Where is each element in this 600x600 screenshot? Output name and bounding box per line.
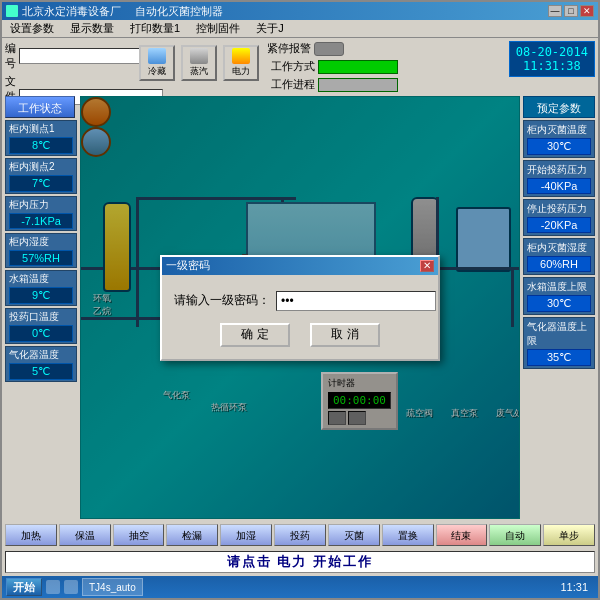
sensor-value-3: 57%RH bbox=[9, 250, 73, 266]
heat-button[interactable]: 加热 bbox=[5, 524, 57, 546]
title-bar: 北京永定消毒设备厂 自动化灭菌控制器 — □ ✕ bbox=[2, 2, 598, 20]
param-card-0: 柜内灭菌温度 30℃ bbox=[523, 120, 595, 158]
modal-overlay: 一级密码 ✕ 请输入一级密码： 确 定 取 消 bbox=[81, 97, 519, 518]
alarm-label: 紧停报警 bbox=[267, 41, 311, 56]
fridge-icon bbox=[148, 48, 166, 64]
param-card-2: 停止投药压力 -20KPa bbox=[523, 199, 595, 236]
confirm-button[interactable]: 确 定 bbox=[220, 323, 290, 347]
taskbar-app-item[interactable]: TJ4s_auto bbox=[82, 578, 143, 596]
param-label-1: 开始投药压力 bbox=[527, 163, 591, 177]
param-card-1: 开始投药压力 -40KPa bbox=[523, 160, 595, 197]
dose-button[interactable]: 投药 bbox=[274, 524, 326, 546]
taskbar-icon-1 bbox=[46, 580, 60, 594]
maximize-button[interactable]: □ bbox=[564, 5, 578, 17]
param-card-3: 柜内灭菌湿度 60%RH bbox=[523, 238, 595, 275]
modal-input-row: 请输入一级密码： bbox=[174, 291, 426, 311]
param-label-3: 柜内灭菌湿度 bbox=[527, 241, 591, 255]
modal-body: 请输入一级密码： 确 定 取 消 bbox=[162, 275, 438, 359]
app-icon bbox=[6, 5, 18, 17]
time-display: 11:31:38 bbox=[523, 59, 581, 73]
param-value-2: -20KPa bbox=[527, 217, 591, 233]
work-mode-bar bbox=[318, 60, 398, 74]
start-button[interactable]: 开始 bbox=[6, 578, 42, 596]
status-button[interactable]: 工作状态 bbox=[5, 96, 75, 118]
taskbar-icon-2 bbox=[64, 580, 78, 594]
sensor-label-5: 投药口温度 bbox=[9, 310, 73, 324]
sensor-card-6: 气化器温度 5℃ bbox=[5, 346, 77, 382]
param-value-5: 35℃ bbox=[527, 349, 591, 366]
menu-print[interactable]: 打印数量1 bbox=[126, 20, 184, 37]
preset-params-header: 预定参数 bbox=[523, 96, 595, 118]
cancel-button[interactable]: 取 消 bbox=[310, 323, 380, 347]
sensor-card-0: 柜内测点1 8℃ bbox=[5, 120, 77, 156]
id-label: 编 号 bbox=[5, 41, 16, 71]
sensor-label-2: 柜内压力 bbox=[9, 198, 73, 212]
sensor-value-4: 9℃ bbox=[9, 287, 73, 304]
menu-display[interactable]: 显示数量 bbox=[66, 20, 118, 37]
close-button[interactable]: ✕ bbox=[580, 5, 594, 17]
main-content: 编 号 文件名 冷藏 蒸汽 电力 bbox=[2, 38, 598, 576]
leak-check-button[interactable]: 检漏 bbox=[166, 524, 218, 546]
work-progress-bar bbox=[318, 78, 398, 92]
param-label-0: 柜内灭菌温度 bbox=[527, 123, 591, 137]
start-label: 开始 bbox=[13, 580, 35, 595]
alarm-area: 紧停报警 工作方式 工作进程 bbox=[267, 41, 398, 92]
sensor-card-4: 水箱温度 9℃ bbox=[5, 270, 77, 306]
title-right: 自动化灭菌控制器 bbox=[135, 4, 223, 19]
evacuate-button[interactable]: 抽空 bbox=[113, 524, 165, 546]
sterilize-button[interactable]: 灭菌 bbox=[328, 524, 380, 546]
taskbar-clock: 11:31 bbox=[554, 581, 594, 593]
humidify-button[interactable]: 加湿 bbox=[220, 524, 272, 546]
sensor-value-0: 8℃ bbox=[9, 137, 73, 154]
main-window: 北京永定消毒设备厂 自动化灭菌控制器 — □ ✕ 设置参数 显示数量 打印数量1… bbox=[0, 0, 600, 600]
param-value-4: 30℃ bbox=[527, 295, 591, 312]
sensor-label-6: 气化器温度 bbox=[9, 348, 73, 362]
work-progress-label: 工作进程 bbox=[271, 77, 315, 92]
menu-about[interactable]: 关于J bbox=[252, 20, 288, 37]
taskbar: 开始 TJ4s_auto 11:31 bbox=[2, 576, 598, 598]
steam-button[interactable]: 蒸汽 bbox=[181, 45, 217, 81]
param-label-2: 停止投药压力 bbox=[527, 202, 591, 216]
left-panel: 工作状态 柜内测点1 8℃ 柜内测点2 7℃ 柜内压力 -7.1KPa 柜内湿度… bbox=[5, 96, 77, 519]
date-display: 08-20-2014 bbox=[516, 45, 588, 59]
fridge-button[interactable]: 冷藏 bbox=[139, 45, 175, 81]
param-value-0: 30℃ bbox=[527, 138, 591, 155]
work-mode: 工作方式 工作进程 bbox=[271, 59, 398, 92]
sensor-card-5: 投药口温度 0℃ bbox=[5, 308, 77, 344]
sensor-value-1: 7℃ bbox=[9, 175, 73, 192]
power-icon bbox=[232, 48, 250, 64]
param-value-3: 60%RH bbox=[527, 256, 591, 272]
sensor-label-1: 柜内测点2 bbox=[9, 160, 73, 174]
password-input[interactable] bbox=[276, 291, 436, 311]
sensor-label-3: 柜内湿度 bbox=[9, 235, 73, 249]
power-button[interactable]: 电力 bbox=[223, 45, 259, 81]
menu-settings[interactable]: 设置参数 bbox=[6, 20, 58, 37]
end-button[interactable]: 结束 bbox=[436, 524, 488, 546]
title-left: 北京永定消毒设备厂 bbox=[22, 4, 121, 19]
process-buttons: 加热 保温 抽空 检漏 加湿 投药 灭菌 置换 结束 自动 单步 bbox=[5, 522, 595, 548]
sensor-value-5: 0℃ bbox=[9, 325, 73, 342]
alarm-light bbox=[314, 42, 344, 56]
menu-firmware[interactable]: 控制固件 bbox=[192, 20, 244, 37]
minimize-button[interactable]: — bbox=[548, 5, 562, 17]
param-card-4: 水箱温度上限 30℃ bbox=[523, 277, 595, 315]
work-mode-label: 工作方式 bbox=[271, 59, 315, 74]
sensor-label-4: 水箱温度 bbox=[9, 272, 73, 286]
replace-button[interactable]: 置换 bbox=[382, 524, 434, 546]
status-message: 请点击 电力 开始工作 bbox=[5, 551, 595, 573]
param-label-4: 水箱温度上限 bbox=[527, 280, 591, 294]
modal-close-button[interactable]: ✕ bbox=[420, 260, 434, 272]
steam-icon bbox=[190, 48, 208, 64]
sensor-card-3: 柜内湿度 57%RH bbox=[5, 233, 77, 268]
step-button[interactable]: 单步 bbox=[543, 524, 595, 546]
modal-prompt: 请输入一级密码： bbox=[174, 292, 270, 309]
sensor-value-2: -7.1KPa bbox=[9, 213, 73, 229]
auto-button[interactable]: 自动 bbox=[489, 524, 541, 546]
sensor-value-6: 5℃ bbox=[9, 363, 73, 380]
taskbar-app-label: TJ4s_auto bbox=[89, 582, 136, 593]
right-panel: 预定参数 柜内灭菌温度 30℃ 开始投药压力 -40KPa 停止投药压力 -20… bbox=[523, 96, 595, 519]
device-buttons: 冷藏 蒸汽 电力 bbox=[139, 41, 259, 81]
modal-buttons: 确 定 取 消 bbox=[174, 323, 426, 347]
sensor-card-2: 柜内压力 -7.1KPa bbox=[5, 196, 77, 231]
hold-button[interactable]: 保温 bbox=[59, 524, 111, 546]
